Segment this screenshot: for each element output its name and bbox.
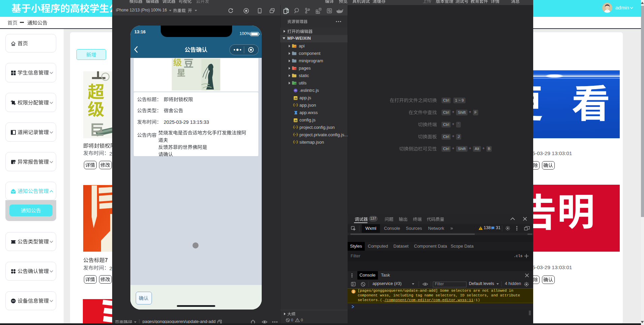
svg-text:JS: JS	[294, 97, 297, 100]
svg-text:JS: JS	[294, 119, 297, 122]
svg-text:2: 2	[353, 290, 354, 293]
